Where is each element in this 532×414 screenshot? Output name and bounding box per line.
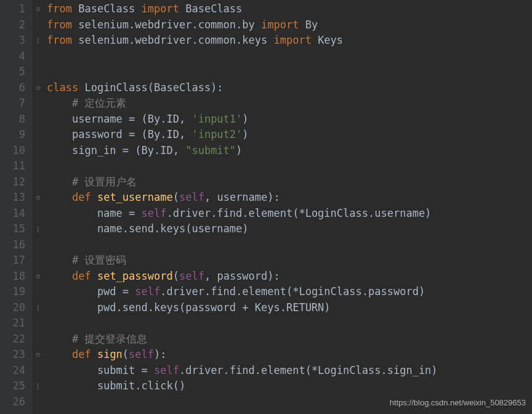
fold-close-icon[interactable]: ⌊: [32, 33, 44, 49]
code-line[interactable]: submit.click(): [47, 378, 532, 394]
fold-close-icon[interactable]: ⌊: [32, 300, 44, 316]
code-line[interactable]: sign_in = (By.ID, "submit"): [47, 143, 532, 159]
code-line[interactable]: # 提交登录信息: [47, 331, 532, 347]
code-line[interactable]: [47, 49, 532, 65]
code-token: set_password: [97, 270, 173, 282]
line-number[interactable]: 5: [0, 64, 31, 80]
fold-spacer: [32, 237, 44, 253]
code-token: from: [47, 2, 78, 15]
code-token: name =: [47, 207, 142, 219]
code-line[interactable]: submit = self.driver.find.element(*Login…: [47, 363, 532, 379]
code-token: ):: [154, 348, 166, 360]
line-number[interactable]: 9: [0, 127, 31, 143]
line-number[interactable]: 22: [0, 331, 31, 347]
line-number-gutter[interactable]: 1234567891011121314151617181920212223242…: [0, 0, 32, 414]
code-token: [47, 97, 72, 109]
code-token: sign_in = (By.ID: [47, 144, 173, 156]
code-line[interactable]: username = (By.ID, 'input1'): [47, 112, 532, 128]
fold-spacer: [32, 112, 44, 128]
fold-open-icon[interactable]: ⊟: [32, 190, 44, 206]
line-number[interactable]: 1: [0, 1, 31, 17]
code-token: By: [305, 18, 318, 31]
code-line[interactable]: [47, 64, 532, 80]
code-token: LoginClass(BaseClass):: [84, 81, 223, 94]
line-number[interactable]: 12: [0, 174, 31, 190]
code-line[interactable]: from selenium.webdriver.common.keys impo…: [47, 33, 532, 49]
code-line[interactable]: [47, 158, 532, 174]
fold-close-icon[interactable]: ⌊: [32, 378, 44, 394]
line-number[interactable]: 10: [0, 143, 31, 159]
code-token: set_username: [97, 191, 173, 203]
code-line[interactable]: [47, 315, 532, 331]
line-number[interactable]: 2: [0, 17, 31, 33]
code-line[interactable]: [47, 237, 532, 253]
code-line[interactable]: name = self.driver.find.element(*LoginCl…: [47, 206, 532, 222]
code-token: password = (By.ID: [47, 128, 179, 140]
line-number[interactable]: 16: [0, 237, 31, 253]
fold-spacer: [32, 158, 44, 174]
code-line[interactable]: def set_username(self, username):: [47, 190, 532, 206]
code-line[interactable]: pwd.send.keys(password + Keys.RETURN): [47, 300, 532, 316]
code-token: username):: [217, 191, 280, 203]
line-number[interactable]: 4: [0, 49, 31, 65]
code-area[interactable]: from BaseClass import BaseClassfrom sele…: [44, 0, 532, 414]
code-line[interactable]: # 设置密码: [47, 253, 532, 269]
fold-open-icon[interactable]: ⊟: [32, 347, 44, 363]
fold-gutter[interactable]: ⊟⌊⊟⊟⌊⊟⌊⊟⌊: [32, 0, 44, 414]
code-token: # 提交登录信息: [72, 333, 147, 345]
code-token: name.send.keys(username): [47, 222, 249, 235]
fold-spacer: [32, 253, 44, 269]
code-token: ,: [179, 128, 191, 140]
code-token: .driver.find.element(*LoginClass.usernam…: [166, 207, 431, 219]
code-token: .driver.find.element(*LoginClass.sign_in…: [179, 364, 438, 376]
line-number[interactable]: 25: [0, 378, 31, 394]
fold-spacer: [32, 127, 44, 143]
code-token: "submit": [185, 144, 236, 156]
code-line[interactable]: from BaseClass import BaseClass: [47, 1, 532, 17]
code-line[interactable]: class LoginClass(BaseClass):: [47, 80, 532, 96]
watermark-text: https://blog.csdn.net/weixin_50829653: [390, 395, 526, 411]
line-number[interactable]: 26: [0, 394, 31, 410]
code-line[interactable]: # 定位元素: [47, 95, 532, 112]
fold-spacer: [32, 143, 44, 159]
code-token: # 定位元素: [72, 97, 126, 109]
line-number[interactable]: 24: [0, 363, 31, 379]
code-line[interactable]: def sign(self):: [47, 347, 532, 363]
fold-spacer: [32, 64, 44, 80]
code-token: ,: [179, 113, 191, 125]
code-token: from: [47, 34, 78, 46]
fold-close-icon[interactable]: ⌊: [32, 221, 44, 237]
code-token: # 设置密码: [72, 254, 126, 266]
fold-open-icon[interactable]: ⊟: [32, 1, 44, 17]
line-number[interactable]: 21: [0, 315, 31, 331]
code-token: 'input1': [191, 113, 242, 125]
code-token: BaseClass: [78, 2, 141, 15]
code-token: submit =: [47, 364, 154, 376]
code-token: sign: [97, 348, 123, 360]
fold-open-icon[interactable]: ⊟: [32, 80, 44, 96]
line-number[interactable]: 7: [0, 95, 31, 112]
code-token: pwd.send.keys(password + Keys.RETURN): [47, 301, 331, 314]
line-number[interactable]: 8: [0, 112, 31, 128]
code-line[interactable]: from selenium.webdriver.common.by import…: [47, 17, 532, 33]
fold-open-icon[interactable]: ⊟: [32, 269, 44, 285]
line-number[interactable]: 11: [0, 158, 31, 174]
code-line[interactable]: pwd = self.driver.find.element(*LoginCla…: [47, 284, 532, 300]
line-number[interactable]: 17: [0, 253, 31, 269]
line-number[interactable]: 19: [0, 284, 31, 300]
code-line[interactable]: # 设置用户名: [47, 174, 532, 190]
code-line[interactable]: password = (By.ID, 'input2'): [47, 127, 532, 143]
line-number[interactable]: 15: [0, 221, 31, 237]
line-number[interactable]: 3: [0, 33, 31, 49]
code-token: BaseClass: [185, 2, 242, 15]
line-number[interactable]: 20: [0, 300, 31, 316]
code-line[interactable]: def set_password(self, password):: [47, 269, 532, 285]
line-number[interactable]: 14: [0, 206, 31, 222]
line-number[interactable]: 18: [0, 269, 31, 285]
line-number[interactable]: 13: [0, 190, 31, 206]
line-number[interactable]: 23: [0, 347, 31, 363]
code-editor: 1234567891011121314151617181920212223242…: [0, 0, 532, 414]
line-number[interactable]: 6: [0, 80, 31, 96]
code-token: (: [173, 191, 179, 203]
code-line[interactable]: name.send.keys(username): [47, 221, 532, 237]
